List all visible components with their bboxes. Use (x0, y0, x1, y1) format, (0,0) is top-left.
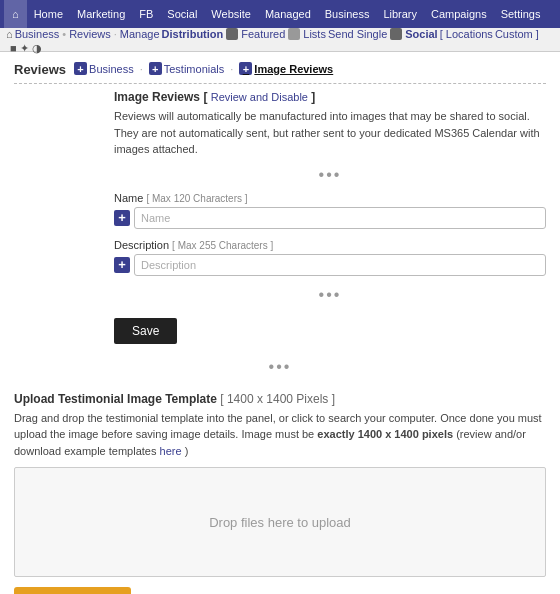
upload-dimension: [ 1400 x 1400 Pixels ] (220, 392, 335, 406)
name-label: Name [ Max 120 Characters ] (114, 192, 546, 204)
nav-home[interactable]: Home (27, 0, 70, 28)
icon3 (390, 28, 402, 40)
subnav-lists[interactable]: Lists (303, 28, 326, 40)
tab-sep-2: · (230, 63, 233, 75)
review-disable-link[interactable]: Review and Disable (211, 91, 308, 103)
nav-marketing[interactable]: Marketing (70, 0, 132, 28)
icon1 (226, 28, 238, 40)
upload-exact-text: exactly 1400 x 1400 pixels (317, 428, 453, 440)
upload-here-link[interactable]: here (160, 445, 182, 457)
description-label: Description [ Max 255 Characters ] (114, 239, 546, 251)
name-add-button[interactable]: + (114, 210, 130, 226)
nav-website[interactable]: Website (204, 0, 258, 28)
subnav-featured[interactable]: Featured (241, 28, 285, 40)
home-sub-icon: ⌂ (6, 28, 13, 40)
sub-nav: ⌂ Business • Reviews · Manage Distributi… (0, 28, 560, 52)
dots-1: ••• (114, 166, 546, 184)
name-field-group: Name [ Max 120 Characters ] + (114, 192, 546, 229)
image-reviews-title: Image Reviews [ Review and Disable ] (114, 90, 546, 104)
tab-bar: + Business · + Testimonials · + Image Re… (74, 62, 333, 75)
nav-business[interactable]: Business (318, 0, 377, 28)
upload-images-button[interactable]: Upload Images (14, 587, 131, 594)
upload-description: Drag and drop the testimonial template i… (14, 410, 546, 460)
icon2 (288, 28, 300, 40)
image-reviews-description: Reviews will automatically be manufactur… (114, 108, 546, 158)
subnav-reviews[interactable]: Reviews (69, 28, 111, 40)
tab-image-reviews-plus: + (239, 62, 252, 75)
subnav-business[interactable]: Business (15, 28, 60, 40)
nav-library[interactable]: Library (376, 0, 424, 28)
description-field-row: + (114, 254, 546, 276)
name-constraint: [ Max 120 Characters ] (146, 193, 247, 204)
divider-top (14, 83, 546, 84)
top-nav: ⌂ Home Marketing FB Social Website Manag… (0, 0, 560, 28)
subnav-locations[interactable]: [ Locations (440, 28, 493, 40)
subnav-icons: ■ ✦ ◑ (10, 42, 42, 55)
name-field-row: + (114, 207, 546, 229)
tab-testimonials-label: Testimonials (164, 63, 225, 75)
save-button[interactable]: Save (114, 318, 177, 344)
sep2: · (114, 28, 117, 40)
description-field-group: Description [ Max 255 Characters ] + (114, 239, 546, 276)
nav-campaigns[interactable]: Campaigns (424, 0, 494, 28)
name-input[interactable] (134, 207, 546, 229)
tab-testimonials[interactable]: + Testimonials (149, 62, 225, 75)
tab-business-plus: + (74, 62, 87, 75)
description-constraint: [ Max 255 Characters ] (172, 240, 273, 251)
reviews-row: Reviews + Business · + Testimonials · + … (14, 62, 546, 77)
tab-image-reviews[interactable]: + Image Reviews (239, 62, 333, 75)
sep1: • (62, 28, 66, 40)
description-add-button[interactable]: + (114, 257, 130, 273)
upload-title: Upload Testimonial Image Template [ 1400… (14, 392, 546, 406)
tab-business[interactable]: + Business (74, 62, 134, 75)
drop-zone[interactable]: Drop files here to upload (14, 467, 546, 577)
title-sep: [ (203, 90, 210, 104)
description-input[interactable] (134, 254, 546, 276)
drop-zone-text: Drop files here to upload (209, 515, 351, 530)
subnav-manage[interactable]: Manage (120, 28, 160, 40)
reviews-label: Reviews (14, 62, 66, 77)
title-sep2: ] (311, 90, 315, 104)
nav-fb[interactable]: FB (132, 0, 160, 28)
nav-settings[interactable]: Settings (494, 0, 548, 28)
subnav-social[interactable]: Social (405, 28, 437, 40)
subnav-send-single[interactable]: Send Single (328, 28, 387, 40)
nav-managed[interactable]: Managed (258, 0, 318, 28)
image-reviews-section: Image Reviews [ Review and Disable ] Rev… (114, 90, 546, 350)
subnav-distribution[interactable]: Distribution (162, 28, 224, 40)
upload-section: Upload Testimonial Image Template [ 1400… (14, 392, 546, 595)
nav-social[interactable]: Social (160, 0, 204, 28)
upload-paren: ) (185, 445, 189, 457)
home-nav-item[interactable]: ⌂ (4, 0, 27, 28)
tab-testimonials-plus: + (149, 62, 162, 75)
dots-2: ••• (114, 286, 546, 304)
tab-image-reviews-label: Image Reviews (254, 63, 333, 75)
dots-3: ••• (14, 358, 546, 376)
subnav-custom[interactable]: Custom ] (495, 28, 539, 40)
tab-business-label: Business (89, 63, 134, 75)
main-content: Reviews + Business · + Testimonials · + … (0, 52, 560, 594)
tab-sep-1: · (140, 63, 143, 75)
